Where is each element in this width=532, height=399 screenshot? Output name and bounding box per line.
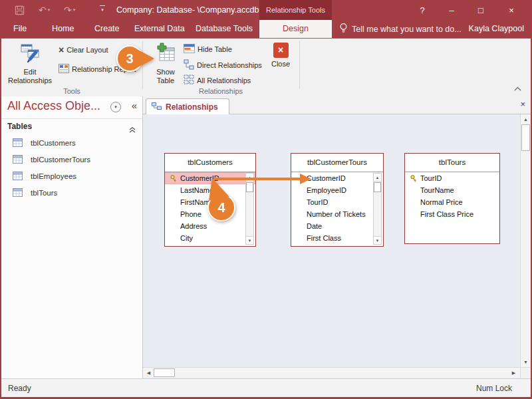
collapse-group-icon[interactable] xyxy=(129,124,136,136)
field-row[interactable]: Normal Price xyxy=(405,196,499,208)
undo-button[interactable]: ↶▾ xyxy=(39,0,50,20)
table-icon xyxy=(13,155,23,165)
nav-group-tables[interactable]: Tables xyxy=(1,119,142,135)
table-icon xyxy=(13,188,23,198)
tab-create[interactable]: Create xyxy=(90,20,124,38)
status-bar: Ready Num Lock xyxy=(1,378,531,397)
svg-text:3: 3 xyxy=(126,51,133,66)
direct-relationships-icon xyxy=(184,59,194,71)
scroll-down-icon[interactable]: ▼ xyxy=(521,358,530,366)
close-document-icon[interactable]: × xyxy=(520,99,525,109)
nav-menu-dropdown-icon[interactable]: ▾ xyxy=(110,102,121,112)
tab-home[interactable]: Home xyxy=(48,20,78,38)
scroll-up-icon[interactable]: ▲ xyxy=(521,115,530,124)
undo-dropdown-icon[interactable]: ▾ xyxy=(48,7,51,13)
close-window-button[interactable]: × xyxy=(501,0,521,20)
relationships-canvas[interactable]: tblCustomers CustomerID LastName FirstNa… xyxy=(143,114,531,367)
table-title[interactable]: tblCustomerTours xyxy=(291,154,383,172)
table-title[interactable]: tblTours xyxy=(405,154,499,172)
nav-pane-title[interactable]: All Access Obje... xyxy=(7,99,100,113)
shutter-bar-close-icon[interactable]: « xyxy=(132,100,137,111)
table-icon xyxy=(13,138,23,148)
field-row[interactable]: Date xyxy=(291,220,383,232)
show-table-icon xyxy=(155,43,176,66)
canvas-horizontal-scrollbar[interactable]: ◀ ▶ xyxy=(143,367,531,378)
window-title: Company: Database- \Company.accdb... xyxy=(116,0,266,20)
group-divider xyxy=(299,41,300,89)
hide-table-icon xyxy=(184,44,195,55)
tab-database-tools[interactable]: Database Tools xyxy=(192,20,257,38)
direct-relationships-button[interactable]: Direct Relationships xyxy=(184,59,262,71)
maximize-button[interactable]: □ xyxy=(471,0,491,20)
table-scrollbar[interactable]: ▲ ▼ xyxy=(373,173,382,245)
field-row[interactable]: TourName xyxy=(405,184,499,196)
field-row[interactable]: EmployeeID xyxy=(291,184,383,196)
scroll-right-icon[interactable]: ▶ xyxy=(509,368,518,377)
all-relationships-icon xyxy=(184,74,194,86)
redo-button[interactable]: ↷▾ xyxy=(64,0,75,20)
scroll-thumb[interactable] xyxy=(154,368,175,377)
close-relationships-button[interactable]: × Close xyxy=(266,43,295,68)
status-text: Ready xyxy=(8,384,31,393)
nav-item-tblTours[interactable]: tblTours xyxy=(1,185,142,201)
clear-layout-button[interactable]: × Clear Layout xyxy=(59,45,108,55)
ribbon: Edit Relationships × Clear Layout Relati… xyxy=(1,38,531,96)
table-scrollbar[interactable]: ▲ ▼ xyxy=(245,173,254,245)
minimize-button[interactable]: – xyxy=(442,0,462,20)
all-relationships-button[interactable]: All Relationships xyxy=(184,74,251,86)
clear-layout-icon: × xyxy=(59,45,64,55)
ribbon-tab-row: File Home Create External Data Database … xyxy=(1,20,531,38)
nav-item-tblEmployees[interactable]: tblEmployees xyxy=(1,168,142,185)
close-x-icon: × xyxy=(273,43,289,58)
field-row[interactable]: TourID xyxy=(291,196,383,208)
hide-table-button[interactable]: Hide Table xyxy=(184,44,232,55)
tab-external-data[interactable]: External Data xyxy=(130,20,189,38)
document-area: Relationships × tblCustomers CustomerID … xyxy=(143,96,531,378)
save-icon[interactable] xyxy=(15,0,25,20)
nav-item-tblCustomers[interactable]: tblCustomers xyxy=(1,135,142,152)
scroll-down-icon[interactable]: ▼ xyxy=(374,236,381,244)
app-window: ↶▾ ↷▾ ▾ Company: Database- \Company.accd… xyxy=(0,0,532,399)
relationship-table-tblTours[interactable]: tblTours TourID TourName Normal Price Fi… xyxy=(404,153,500,244)
tab-file[interactable]: File xyxy=(9,20,31,38)
scroll-down-icon[interactable]: ▼ xyxy=(246,236,253,244)
callout-step-4: 4 xyxy=(201,177,244,225)
tab-relationships-document[interactable]: Relationships xyxy=(146,98,229,114)
navigation-pane: All Access Obje... ▾ « Tables tblCustome… xyxy=(1,96,143,378)
relationship-arrow-head xyxy=(300,174,311,184)
scroll-up-icon[interactable]: ▲ xyxy=(374,174,381,182)
svg-text:4: 4 xyxy=(217,200,225,215)
group-label-relationships: Relationships xyxy=(142,87,299,95)
help-button[interactable]: ? xyxy=(412,0,432,20)
redo-dropdown-icon[interactable]: ▾ xyxy=(73,7,76,13)
table-icon xyxy=(13,172,23,182)
scroll-thumb[interactable] xyxy=(246,182,253,192)
relationship-report-icon xyxy=(59,64,69,74)
contextual-tab-group: Relationship Tools xyxy=(259,0,332,20)
relationship-table-tblCustomerTours[interactable]: tblCustomerTours CustomerID EmployeeID T… xyxy=(291,153,384,247)
table-title[interactable]: tblCustomers xyxy=(165,154,255,172)
scroll-thumb[interactable] xyxy=(521,124,530,151)
collapse-ribbon-icon[interactable] xyxy=(514,82,521,94)
tab-design-active[interactable]: Design xyxy=(259,20,332,38)
tell-me-box[interactable]: Tell me what you want to do... xyxy=(339,20,462,38)
field-row[interactable]: First Class xyxy=(291,232,383,244)
field-row[interactable]: Number of Tickets xyxy=(291,208,383,220)
callout-step-3: 3 xyxy=(114,41,157,76)
scroll-thumb[interactable] xyxy=(374,182,381,192)
field-row-tourid[interactable]: TourID xyxy=(405,172,499,184)
relationships-icon xyxy=(152,101,162,113)
nav-item-tblCustomerTours[interactable]: tblCustomerTours xyxy=(1,152,142,168)
edit-relationships-button[interactable]: Edit Relationships xyxy=(5,43,55,85)
lightbulb-icon xyxy=(339,23,348,35)
canvas-vertical-scrollbar[interactable]: ▲ ▼ xyxy=(520,114,531,367)
field-row[interactable]: City xyxy=(165,232,255,244)
num-lock-indicator: Num Lock xyxy=(476,384,512,393)
qat-customize-icon[interactable]: ▾ xyxy=(100,5,105,11)
title-bar: ↶▾ ↷▾ ▾ Company: Database- \Company.accd… xyxy=(1,0,531,20)
user-name[interactable]: Kayla Claypool xyxy=(469,20,524,38)
scroll-left-icon[interactable]: ◀ xyxy=(144,368,153,377)
field-row[interactable]: First Class Price xyxy=(405,208,499,220)
scrollbar-corner xyxy=(520,368,531,378)
document-tab-bar: Relationships × xyxy=(143,96,531,114)
